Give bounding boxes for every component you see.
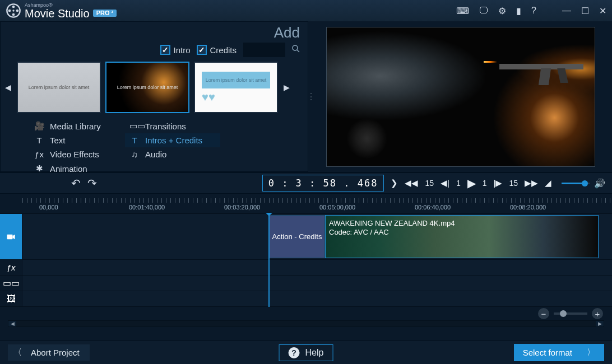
scroll-right-button[interactable]: ▶ (596, 321, 604, 326)
film-reel-icon (6, 3, 21, 18)
transition-track-head[interactable]: ▭▭ (0, 276, 22, 291)
svg-point-4 (8, 10, 11, 12)
video-track-head[interactable] (0, 214, 22, 259)
clip-video[interactable]: AWAKENING NEW ZEALAND 4K.mp4 Codec: AVC … (325, 215, 599, 258)
panel-splitter[interactable]: ⋮ (308, 21, 314, 172)
fx-track-head[interactable]: ƒx (0, 260, 22, 275)
abort-project-button[interactable]: 〈 Abort Project (8, 344, 90, 361)
select-format-button[interactable]: Select format 〉 (514, 344, 604, 361)
step-fwd-button[interactable]: |▶ (494, 178, 503, 188)
text-icon: T (34, 136, 44, 145)
image-track-head[interactable]: 🖼 (0, 291, 22, 306)
video-track-lane[interactable]: Action - Credits AWAKENING NEW ZEALAND 4… (22, 214, 612, 259)
intro-label: Intro (173, 45, 190, 55)
clip-credits[interactable]: Action - Credits (269, 215, 325, 258)
svg-point-1 (12, 6, 15, 8)
maximize-button[interactable]: ☐ (581, 6, 589, 16)
skip-back-small: 1 (456, 179, 461, 188)
cat-media-library[interactable]: 🎥 Media Library (30, 119, 125, 133)
brand-main: Movie Studio (25, 8, 90, 19)
cat-text[interactable]: T Text (30, 133, 125, 147)
intro-checkbox[interactable]: ✓ Intro (160, 45, 190, 55)
svg-point-6 (293, 45, 298, 50)
library-panel: Add ✓ Intro ✓ Credits ◀ Lorem ipsum dolo… (0, 21, 308, 172)
monitor-icon[interactable]: 🖵 (479, 6, 488, 16)
svg-rect-8 (7, 234, 12, 239)
app-logo: Ashampoo® Movie Studio PRO ³ (6, 3, 117, 19)
minimize-button[interactable]: — (562, 6, 571, 16)
svg-line-7 (297, 50, 299, 52)
step-back-button[interactable]: ◀| (441, 178, 449, 188)
horizontal-scrollbar[interactable]: ◀ ▶ (8, 320, 604, 327)
undo-button[interactable]: ↶ (71, 176, 81, 190)
playhead[interactable] (268, 214, 270, 307)
transition-track-lane[interactable] (22, 276, 612, 291)
template-thumb-1[interactable]: Lorem ipsum dolor sit amet (17, 62, 101, 113)
volume-slider[interactable]: 🔊 (562, 178, 605, 189)
timecode-display[interactable]: 0 : 3 : 58 . 468 (262, 175, 384, 192)
chevron-left-icon: 〈 (13, 347, 22, 358)
close-button[interactable]: ✕ (599, 6, 606, 16)
credits-label: Credits (210, 45, 237, 55)
svg-point-3 (12, 13, 15, 16)
svg-point-5 (12, 10, 14, 11)
thumbs-prev[interactable]: ◀ (4, 83, 12, 92)
fx-icon: ƒx (34, 150, 44, 159)
transitions-icon: ▭▭ (129, 121, 140, 131)
svg-point-2 (16, 10, 19, 12)
speaker-icon: 🔊 (594, 178, 605, 189)
question-icon: ? (289, 347, 300, 358)
zoom-control[interactable]: − + (538, 308, 603, 319)
timeline: 00,000 00:01:40,000 00:03:20,000 00:05:0… (0, 194, 612, 336)
zoom-in-button[interactable]: + (592, 308, 603, 319)
cat-intros-credits[interactable]: T Intros + Credits (125, 133, 220, 147)
transition-icon: ▭▭ (3, 278, 20, 288)
scroll-left-button[interactable]: ◀ (8, 321, 16, 326)
cat-video-effects[interactable]: ƒx Video Effects (30, 147, 125, 161)
gear-icon[interactable]: ⚙ (498, 6, 506, 16)
search-input[interactable] (243, 43, 285, 57)
template-thumb-3[interactable]: Lorem ipsum dolor sit amet ♥♥ (194, 62, 278, 113)
audio-icon: ♫ (129, 150, 140, 159)
play-button[interactable]: ▶ (467, 176, 476, 190)
cat-audio[interactable]: ♫ Audio (125, 147, 220, 161)
fx-icon: ƒx (7, 263, 16, 272)
mute-button[interactable]: ◢ (545, 178, 551, 188)
category-list: 🎥 Media Library ▭▭ Transitions T Text T … (1, 113, 308, 179)
cat-animation[interactable]: ✱ Animation (30, 161, 125, 176)
add-header: Add (1, 22, 308, 43)
preview-panel (314, 21, 612, 172)
skip-fwd-large: 15 (509, 179, 518, 188)
cat-transitions[interactable]: ▭▭ Transitions (125, 119, 220, 133)
thumbs-next[interactable]: ▶ (282, 83, 291, 92)
fast-fwd-button[interactable]: ▶▶ (525, 178, 538, 188)
skip-back-large: 15 (425, 179, 434, 188)
redo-button[interactable]: ↷ (87, 176, 97, 190)
fx-track-lane[interactable] (22, 260, 612, 275)
animation-icon: ✱ (34, 164, 44, 174)
chevron-right-icon: 〉 (587, 347, 595, 358)
note-icon[interactable]: ▮ (516, 6, 521, 16)
timeline-ruler[interactable]: 00,000 00:01:40,000 00:03:20,000 00:05:0… (0, 194, 612, 214)
zoom-out-button[interactable]: − (538, 308, 549, 319)
video-icon (6, 231, 17, 242)
image-icon: 🖼 (7, 294, 16, 304)
image-track-lane[interactable] (22, 291, 612, 306)
help-button[interactable]: ? Help (279, 344, 333, 361)
credits-checkbox[interactable]: ✓ Credits (197, 45, 237, 55)
titlebar: Ashampoo® Movie Studio PRO ³ ⌨ 🖵 ⚙ ▮ ? —… (0, 0, 612, 21)
camera-icon: 🎥 (34, 121, 44, 131)
rewind-button[interactable]: ◀◀ (405, 178, 418, 188)
help-icon[interactable]: ? (531, 6, 536, 16)
text-icon: T (129, 136, 140, 145)
search-icon[interactable] (291, 44, 301, 56)
template-thumb-2[interactable]: Lorem ipsum dolor sit amet (105, 62, 189, 113)
next-marker-button[interactable]: ❯ (391, 178, 398, 188)
skip-fwd-small: 1 (483, 179, 487, 188)
preview-canvas[interactable] (326, 27, 595, 167)
pro-badge: PRO ³ (93, 10, 117, 17)
footer-bar: 〈 Abort Project ? Help Select format 〉 (0, 340, 612, 364)
keyboard-icon[interactable]: ⌨ (456, 6, 469, 16)
